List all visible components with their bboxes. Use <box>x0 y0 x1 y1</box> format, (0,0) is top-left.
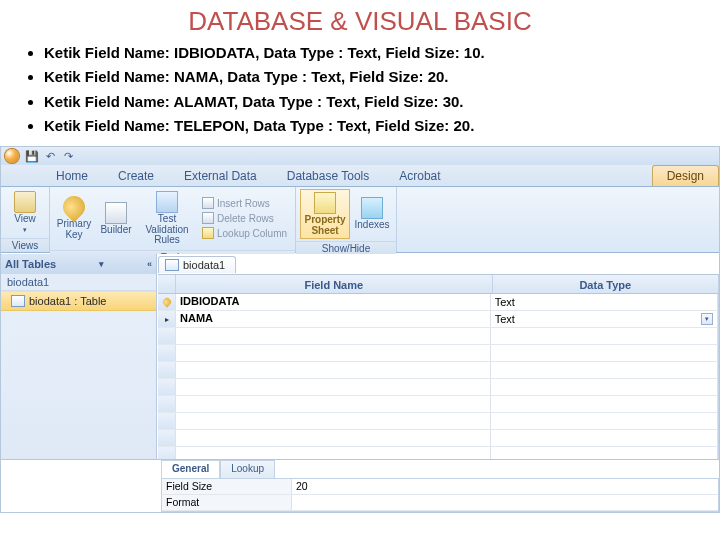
table-row[interactable] <box>158 362 718 379</box>
row-selector[interactable] <box>158 413 176 429</box>
data-type-cell[interactable] <box>491 379 718 395</box>
nav-section-label: biodata1 <box>7 276 49 288</box>
data-type-cell[interactable] <box>491 430 718 446</box>
navigation-pane: All Tables ▾ « biodata1 biodata1 : Table <box>1 254 157 459</box>
property-row[interactable]: Field Size20 <box>162 479 718 495</box>
nav-section[interactable]: biodata1 <box>1 274 156 291</box>
tab-acrobat[interactable]: Acrobat <box>384 165 455 186</box>
table-row[interactable]: ▸NAMAText▾ <box>158 311 718 328</box>
field-properties: General Lookup Field Size20Format <box>1 459 719 512</box>
data-type-cell[interactable] <box>491 413 718 429</box>
nav-item-biodata1[interactable]: biodata1 : Table <box>1 291 156 311</box>
nav-header[interactable]: All Tables ▾ « <box>1 254 156 274</box>
chevron-down-icon[interactable]: ▾ <box>701 313 713 325</box>
rows-commands: Insert Rows Delete Rows Lookup Column <box>198 196 291 240</box>
delete-rows-button[interactable]: Delete Rows <box>198 211 291 225</box>
table-row[interactable] <box>158 413 718 430</box>
field-name-cell[interactable]: IDBIODATA <box>176 294 491 310</box>
field-name-cell[interactable] <box>176 396 491 412</box>
tab-home[interactable]: Home <box>41 165 103 186</box>
row-selector[interactable] <box>158 396 176 412</box>
table-row[interactable] <box>158 430 718 447</box>
group-label-showhide: Show/Hide <box>296 241 396 255</box>
row-selector[interactable] <box>158 447 176 459</box>
tab-design[interactable]: Design <box>652 165 719 186</box>
lookup-icon <box>202 227 214 239</box>
delete-rows-icon <box>202 212 214 224</box>
data-type-cell[interactable] <box>491 345 718 361</box>
field-name-cell[interactable]: NAMA <box>176 311 491 327</box>
nav-item-label: biodata1 : Table <box>29 295 106 307</box>
data-type-cell[interactable] <box>491 362 718 378</box>
table-row[interactable] <box>158 447 718 459</box>
collapse-icon[interactable]: « <box>147 259 152 269</box>
row-selector[interactable] <box>158 345 176 361</box>
property-value[interactable] <box>292 495 718 510</box>
tab-lookup[interactable]: Lookup <box>220 460 275 478</box>
access-window: 💾 ↶ ↷ Home Create External Data Database… <box>0 146 720 513</box>
property-sheet-label: Property Sheet <box>303 215 347 236</box>
view-button[interactable]: View ▾ <box>5 189 45 236</box>
lookup-column-button[interactable]: Lookup Column <box>198 226 291 240</box>
data-type-cell[interactable] <box>491 396 718 412</box>
redo-icon[interactable]: ↷ <box>61 149 75 163</box>
table-row[interactable] <box>158 396 718 413</box>
undo-icon[interactable]: ↶ <box>43 149 57 163</box>
table-row[interactable] <box>158 328 718 345</box>
tab-database-tools[interactable]: Database Tools <box>272 165 385 186</box>
property-sheet-button[interactable]: Property Sheet <box>300 189 350 239</box>
row-selector[interactable] <box>158 430 176 446</box>
test-validation-button[interactable]: Test Validation Rules <box>138 189 196 248</box>
row-selector[interactable] <box>158 294 176 310</box>
property-row[interactable]: Format <box>162 495 718 511</box>
chevron-down-icon: ▾ <box>23 226 27 234</box>
group-showhide: Property Sheet Indexes Show/Hide <box>296 187 397 252</box>
chevron-down-icon: ▾ <box>99 259 104 269</box>
field-name-cell[interactable] <box>176 345 491 361</box>
row-selector[interactable] <box>158 362 176 378</box>
indexes-button[interactable]: Indexes <box>352 195 392 233</box>
tab-external-data[interactable]: External Data <box>169 165 272 186</box>
indexes-icon <box>361 197 383 219</box>
builder-icon <box>105 202 127 224</box>
property-value[interactable]: 20 <box>292 479 718 494</box>
builder-button[interactable]: Builder <box>96 200 136 238</box>
property-key: Field Size <box>162 479 292 494</box>
tab-general[interactable]: General <box>161 460 220 478</box>
primary-key-button[interactable]: Primary Key <box>54 194 94 242</box>
title-bar: 💾 ↶ ↷ <box>1 147 719 165</box>
bullet-item: Ketik Field Name: IDBIODATA, Data Type :… <box>44 43 690 63</box>
office-button[interactable] <box>5 149 19 163</box>
property-sheet-icon <box>314 192 336 214</box>
field-name-cell[interactable] <box>176 430 491 446</box>
data-type-cell[interactable] <box>491 328 718 344</box>
insert-rows-label: Insert Rows <box>217 198 270 209</box>
bullet-item: Ketik Field Name: NAMA, Data Type : Text… <box>44 67 690 87</box>
row-selector[interactable] <box>158 379 176 395</box>
save-icon[interactable]: 💾 <box>25 149 39 163</box>
group-label-views: Views <box>1 238 49 252</box>
row-selector[interactable]: ▸ <box>158 311 176 327</box>
property-grid: Field Size20Format <box>161 478 719 512</box>
data-type-cell[interactable]: Text <box>491 294 718 310</box>
doc-tab-biodata1[interactable]: biodata1 <box>158 256 236 273</box>
row-selector[interactable] <box>158 328 176 344</box>
property-key: Format <box>162 495 292 510</box>
table-row[interactable] <box>158 379 718 396</box>
test-validation-label: Test Validation Rules <box>140 214 194 246</box>
property-tabs: General Lookup <box>161 460 719 478</box>
insert-rows-button[interactable]: Insert Rows <box>198 196 291 210</box>
table-row[interactable]: IDBIODATAText <box>158 294 718 311</box>
field-name-cell[interactable] <box>176 413 491 429</box>
field-name-cell[interactable] <box>176 362 491 378</box>
slide-title: DATABASE & VISUAL BASIC <box>0 0 720 41</box>
data-type-cell[interactable] <box>491 447 718 459</box>
data-type-cell[interactable]: Text▾ <box>491 311 718 327</box>
field-name-cell[interactable] <box>176 328 491 344</box>
field-name-cell[interactable] <box>176 447 491 459</box>
tab-create[interactable]: Create <box>103 165 169 186</box>
field-name-cell[interactable] <box>176 379 491 395</box>
design-grid-body: IDBIODATAText▸NAMAText▾ <box>158 294 719 459</box>
bullet-item: Ketik Field Name: ALAMAT, Data Type : Te… <box>44 92 690 112</box>
table-row[interactable] <box>158 345 718 362</box>
